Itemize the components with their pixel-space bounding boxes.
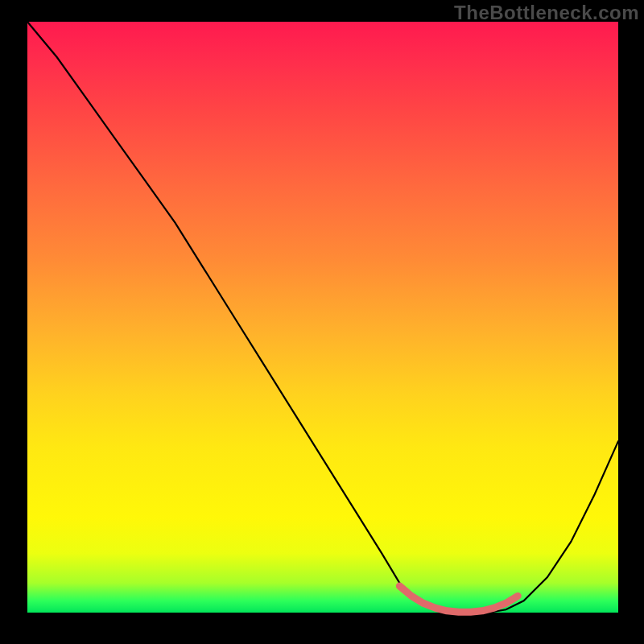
curve-overlay <box>27 22 618 613</box>
optimal-highlight-path <box>399 586 518 612</box>
chart-container: TheBottleneck.com <box>0 0 644 644</box>
plot-area <box>27 22 618 613</box>
bottleneck-curve-path <box>27 22 618 613</box>
watermark-text: TheBottleneck.com <box>454 2 639 24</box>
